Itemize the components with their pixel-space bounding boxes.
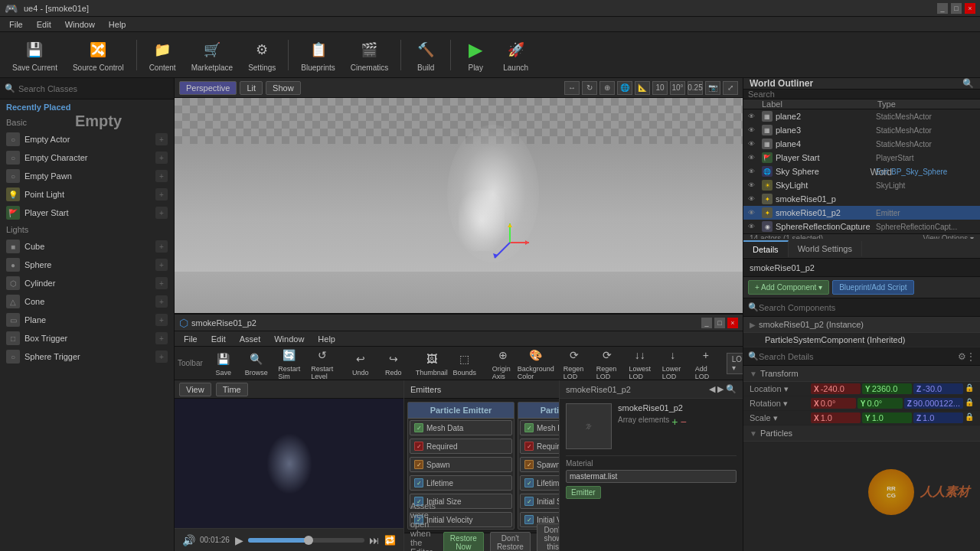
casc-menu-asset[interactable]: Asset <box>234 333 267 345</box>
restore-now-btn[interactable]: Restore Now <box>443 532 484 552</box>
class-add-plane-icon[interactable]: + <box>155 314 168 326</box>
det-dots-icon[interactable]: ⋮ <box>966 351 975 362</box>
rotation-lock-icon[interactable]: 🔒 <box>965 398 974 409</box>
rotation-y[interactable]: Y 0.0° <box>858 398 903 409</box>
eye-icon-plane4[interactable]: 👁 <box>748 140 759 148</box>
class-cylinder[interactable]: ⬡ Cylinder + <box>0 274 174 292</box>
det-component-row[interactable]: ParticleSystemComponent (Inherited) <box>743 333 980 347</box>
class-add-sphere-icon[interactable]: + <box>155 259 168 271</box>
content-button[interactable]: 📁 Content <box>143 34 182 75</box>
casc-restart-level-btn[interactable]: ↺ Restart Level <box>307 347 338 380</box>
wo-item-smoke2[interactable]: 👁 ✦ smokeRise01_p2 Emitter <box>743 206 980 220</box>
eye-icon-smoke2[interactable]: 👁 <box>748 209 759 217</box>
casc-bounds-btn[interactable]: ⬚ Bounds <box>449 348 480 378</box>
tl-end-btn[interactable]: ⏭ <box>369 534 380 546</box>
rotation-x[interactable]: X 0.0° <box>811 398 856 409</box>
wo-item-sky-sphere[interactable]: 👁 🌐 Sky Sphere Edit BP_Sky_Sphere <box>743 165 980 178</box>
eye-icon-plane2[interactable]: 👁 <box>748 112 759 120</box>
timeline-bar[interactable] <box>248 538 364 543</box>
casc-add-lod-btn[interactable]: + Add LOD <box>691 347 721 380</box>
lit-btn[interactable]: Lit <box>240 81 263 95</box>
class-player-start[interactable]: 🚩 Player Start + <box>0 204 174 222</box>
casc-regen-btn[interactable]: ⟳ Regen LOD <box>559 347 590 380</box>
menu-help[interactable]: Help <box>103 18 132 31</box>
emitter-2-mesh-data[interactable]: ✓ Mesh Data <box>520 420 559 435</box>
emitter-2-initial-size[interactable]: ✓ Initial Si... <box>520 494 559 509</box>
casc-regen2-btn[interactable]: ⟳ Regen LOD <box>592 347 622 380</box>
class-sphere[interactable]: ● Sphere + <box>0 256 174 274</box>
wo-item-reflection[interactable]: 👁 ◉ SphereReflectionCapture SphereReflec… <box>743 220 980 233</box>
add-emitter-btn[interactable]: Emitter <box>566 486 601 499</box>
rotate-icon[interactable]: ↻ <box>582 81 597 95</box>
emitter-1-spawn[interactable]: ✓ Spawn <box>410 457 512 472</box>
tl-loop-icon[interactable]: 🔁 <box>384 535 396 546</box>
source-control-button[interactable]: 🔀 Source Control <box>67 34 130 75</box>
maximize-btn[interactable]: □ <box>951 3 962 14</box>
wo-item-plane3[interactable]: 👁 ▦ plane3 StaticMeshActor <box>743 123 980 137</box>
add-component-btn[interactable]: + Add Component ▾ <box>748 280 829 295</box>
eye-icon-smoke1[interactable]: 👁 <box>748 195 759 203</box>
class-add-icon[interactable]: + <box>155 133 168 145</box>
perspective-btn[interactable]: Perspective <box>179 81 237 95</box>
cascade-minimize[interactable]: _ <box>701 318 712 328</box>
location-label[interactable]: Location ▾ <box>750 384 811 394</box>
dont-restore-btn[interactable]: Don't Restore <box>490 532 531 552</box>
casc-save-btn[interactable]: 💾 Save <box>208 348 239 378</box>
casc-origin-btn[interactable]: ⊕ Origin Axis <box>488 347 518 380</box>
class-empty-character[interactable]: ○ Empty Character + <box>0 148 174 167</box>
class-add-sphere-trigger-icon[interactable]: + <box>155 350 168 363</box>
cascade-close[interactable]: × <box>727 318 738 328</box>
scale-lock-icon[interactable]: 🔒 <box>965 412 974 423</box>
class-cube[interactable]: ■ Cube + <box>0 237 174 256</box>
close-btn[interactable]: × <box>965 3 975 14</box>
emitter-1-lifetime[interactable]: ✓ Lifetime <box>410 475 512 491</box>
eye-icon-skylight[interactable]: 👁 <box>748 181 759 189</box>
class-add-cone-icon[interactable]: + <box>155 295 168 308</box>
class-add-cube-icon[interactable]: + <box>155 240 168 253</box>
cv-time-btn[interactable]: Time <box>216 383 248 396</box>
casc-lower-lod-btn[interactable]: ↓ Lower LOD <box>658 347 688 380</box>
casc-browse-btn[interactable]: 🔍 Browse <box>241 348 272 378</box>
lights-header[interactable]: Lights <box>0 222 174 237</box>
det-instance-row[interactable]: ▶ smokeRise01_p2 (Instance) <box>743 317 980 333</box>
cr-forward-icon[interactable]: ▶ <box>717 384 724 394</box>
scale-label[interactable]: Scale ▾ <box>750 413 811 423</box>
emitter-2-lifetime[interactable]: ✓ Lifetime <box>520 475 559 491</box>
lod-dropdown[interactable]: LOD ▾ <box>727 353 743 374</box>
rotation-z[interactable]: Z 90.000122... <box>904 398 963 409</box>
eye-icon-player[interactable]: 👁 <box>748 154 759 161</box>
build-button[interactable]: 🔨 Build <box>407 34 444 75</box>
save-current-button[interactable]: 💾 Save Current <box>6 34 64 75</box>
show-btn[interactable]: Show <box>266 81 301 95</box>
marketplace-button[interactable]: 🛒 Marketplace <box>185 34 239 75</box>
scale-icon[interactable]: ⊕ <box>599 81 615 95</box>
particles-header[interactable]: ▼ Particles <box>743 425 980 442</box>
grid-size-icon[interactable]: 10 <box>652 81 668 95</box>
translate-icon[interactable]: ↔ <box>564 81 580 95</box>
cr-find-icon[interactable]: 🔍 <box>726 384 737 394</box>
scale-y[interactable]: Y 1.0 <box>862 412 912 423</box>
casc-redo-btn[interactable]: ↪ Redo <box>378 348 409 378</box>
settings-button[interactable]: ⚙ Settings <box>242 34 282 75</box>
emitter-1-required[interactable]: ✓ Required <box>410 439 512 454</box>
minimize-btn[interactable]: _ <box>937 3 948 14</box>
cascade-viewport-area[interactable] <box>175 399 403 528</box>
surface-snap-icon[interactable]: 📐 <box>635 81 650 95</box>
transform-gizmo[interactable] <box>487 220 533 267</box>
cv-view-btn[interactable]: View <box>179 383 211 396</box>
search-classes-input[interactable] <box>18 84 169 93</box>
play-button[interactable]: ▶ Play <box>457 34 494 75</box>
scale-z[interactable]: Z 1.0 <box>913 412 963 423</box>
location-y[interactable]: Y 2360.0 <box>862 383 912 394</box>
cr-remove-icon[interactable]: − <box>680 416 686 428</box>
wo-search-input[interactable] <box>748 90 975 99</box>
casc-menu-file[interactable]: File <box>178 333 204 345</box>
cr-back-icon[interactable]: ◀ <box>709 384 715 394</box>
details-tab[interactable]: Details <box>743 240 789 257</box>
timeline-thumb[interactable] <box>304 536 313 545</box>
eye-icon-sky[interactable]: 👁 <box>748 168 759 175</box>
scale-x[interactable]: X 1.0 <box>811 412 861 423</box>
menu-window[interactable]: Window <box>59 18 101 31</box>
class-sphere-trigger[interactable]: ○ Sphere Trigger + <box>0 347 174 366</box>
cr-add-icon[interactable]: + <box>671 416 678 428</box>
